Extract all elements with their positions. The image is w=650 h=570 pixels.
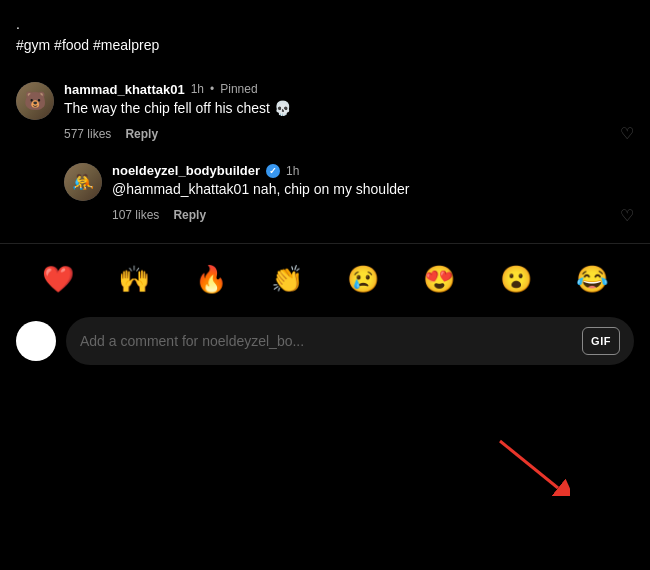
comment-username: noeldeyzel_bodybuilder [112, 163, 260, 178]
comment-text: @hammad_khattak01 nah, chip on my should… [112, 180, 634, 200]
verified-badge [266, 164, 280, 178]
hashtag-text: #gym #food #mealprep [0, 36, 650, 72]
svg-line-1 [500, 441, 558, 488]
emoji-heart-eyes[interactable]: 😍 [423, 264, 455, 295]
emoji-clap[interactable]: 👏 [271, 264, 303, 295]
gif-label: GIF [591, 335, 611, 347]
avatar: 🤼 [64, 163, 102, 201]
emoji-raised-hands[interactable]: 🙌 [118, 264, 150, 295]
emoji-heart[interactable]: ❤️ [42, 264, 74, 295]
dot-separator: • [210, 82, 214, 96]
current-user-avatar [16, 321, 56, 361]
comment-time: 1h [286, 164, 299, 178]
comment-text: The way the chip fell off his chest 💀 [64, 99, 634, 119]
divider [0, 243, 650, 244]
comment-input-area: Add a comment for noeldeyzel_bo... GIF [0, 307, 650, 375]
emoji-bar: ❤️ 🙌 🔥 👏 😢 😍 😮 😂 [0, 252, 650, 307]
emoji-laugh[interactable]: 😂 [576, 264, 608, 295]
comment-item: 🐻 hammad_khattak01 1h • Pinned The way t… [0, 72, 650, 154]
comment-content: hammad_khattak01 1h • Pinned The way the… [64, 82, 634, 144]
gif-button[interactable]: GIF [582, 327, 620, 355]
reply-button[interactable]: Reply [173, 208, 206, 222]
emoji-wow[interactable]: 😮 [500, 264, 532, 295]
red-arrow-overlay [490, 436, 570, 500]
comment-time: 1h [191, 82, 204, 96]
comment-header: hammad_khattak01 1h • Pinned [64, 82, 634, 97]
likes-count: 107 likes [112, 208, 159, 222]
red-arrow-svg [490, 436, 570, 496]
pinned-label: Pinned [220, 82, 257, 96]
comment-content: noeldeyzel_bodybuilder 1h @hammad_khatta… [112, 163, 634, 225]
avatar: 🐻 [16, 82, 54, 120]
reply-button[interactable]: Reply [125, 127, 158, 141]
comment-input-wrapper[interactable]: Add a comment for noeldeyzel_bo... GIF [66, 317, 634, 365]
comment-input-placeholder: Add a comment for noeldeyzel_bo... [80, 333, 576, 349]
comment-header: noeldeyzel_bodybuilder 1h [112, 163, 634, 178]
comment-username: hammad_khattak01 [64, 82, 185, 97]
emoji-cry[interactable]: 😢 [347, 264, 379, 295]
top-dot: . [0, 16, 650, 36]
likes-count: 577 likes [64, 127, 111, 141]
comment-meta: 107 likes Reply ♡ [112, 206, 634, 225]
emoji-fire[interactable]: 🔥 [195, 264, 227, 295]
nested-comment-item: 🤼 noeldeyzel_bodybuilder 1h @hammad_khat… [0, 153, 650, 235]
heart-icon[interactable]: ♡ [620, 124, 634, 143]
heart-icon[interactable]: ♡ [620, 206, 634, 225]
comment-meta: 577 likes Reply ♡ [64, 124, 634, 143]
